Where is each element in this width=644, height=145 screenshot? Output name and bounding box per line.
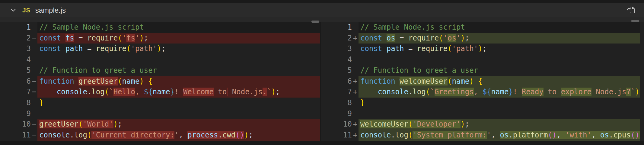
code-token: ( [235,131,240,139]
line-content: greetUser('World'); [37,119,320,130]
line-content: const os = require('os'); [359,33,644,44]
code-token: to [214,88,227,96]
code-token: } [509,88,513,96]
line-number: 2 [321,33,352,44]
code-line: 8} [321,98,644,108]
code-token: ; [249,131,253,139]
line-number: 11 [321,130,352,141]
diff-sign [352,54,359,65]
code-line: 4 [321,54,644,65]
line-content [359,108,644,119]
diff-sign: − [31,130,37,141]
code-token: fs [126,34,135,42]
code-token: log [74,131,87,139]
code-token: cwd [222,131,235,139]
code-token: , [556,131,565,139]
code-line: 7− console.log(`Hello, ${name}! Welcome … [0,87,320,98]
code-token: , [491,131,500,139]
code-token: Node.js [591,88,626,96]
diff-sign [31,22,37,33]
diff-sign: + [352,33,359,44]
code-token: ) [469,77,473,85]
code-token: ) [139,77,144,85]
line-content: function welcomeUser(name) { [359,76,644,87]
code-token: path [387,44,404,53]
line-content: // Sample Node.js script [359,22,644,33]
code-token: ? [626,88,630,96]
modified-code-rows: 1// Sample Node.js script2+const os = re… [321,22,644,141]
diff-pane-original[interactable]: 1// Sample Node.js script2−const fs = re… [0,22,320,141]
line-content: // Sample Node.js script [37,22,320,33]
code-token: 'System platform: [413,131,487,139]
line-number: 1 [321,22,352,33]
code-token: ; [144,34,148,42]
code-token: to [544,88,561,96]
code-token: log [413,88,426,96]
code-token: path [65,44,83,53]
code-token: platform [513,131,548,139]
line-content [37,54,320,65]
code-token: console [360,131,391,139]
code-token: ; [276,88,280,96]
code-token: , [591,131,600,139]
code-token: ( [548,131,552,139]
code-line: 11+console.log('System platform:', os.pl… [321,130,644,141]
code-token: 'Developer' [413,120,461,128]
code-token: ( [126,44,131,53]
code-line: 2−const fs = require('fs'); [0,33,320,44]
collapse-button[interactable] [9,6,18,14]
line-number: 9 [321,108,352,119]
line-content: console.log(`Greetings, ${name}! Ready t… [359,87,644,98]
code-token: ` [430,88,434,96]
code-token: require [96,44,126,53]
code-token: Ready [522,88,544,96]
code-token: function [39,77,74,85]
code-token: 'Current directory: [91,131,174,139]
code-token: ( [408,131,413,139]
code-token: { [148,77,152,85]
code-token: , [474,88,483,96]
code-token: 'path' [131,44,157,53]
code-token: fs [65,34,74,42]
line-number: 5 [0,65,31,76]
scrollbar-handle-left[interactable] [311,21,319,23]
code-token: log [395,131,408,139]
code-token: ) [461,34,465,42]
code-token: 'with' [565,131,591,139]
diff-sign: − [31,119,37,130]
line-content: } [37,98,320,108]
code-token: ${ [144,88,153,96]
code-token: const [39,44,61,53]
go-to-file-button[interactable] [625,5,637,16]
diff-sign: − [31,33,37,44]
code-token: Hello [113,88,135,96]
code-token: welcomeUser [400,77,448,85]
code-line: 4 [0,54,320,65]
diff-pane-modified[interactable]: 1// Sample Node.js script2+const os = re… [321,22,644,141]
diff-sign [352,98,359,108]
code-token: ) [635,88,639,96]
code-token: ; [118,120,122,128]
code-token: = [83,44,96,53]
go-to-file-icon [626,5,636,16]
code-block-header: JS sample.js [0,3,644,17]
code-token: greetUser [39,120,78,128]
scrollbar-track[interactable] [640,22,644,141]
code-token: ' [135,34,139,42]
line-number: 2 [0,33,31,44]
code-token: ` [267,88,271,96]
code-token: ; [161,44,166,53]
scrollbar-handle-right[interactable] [631,20,639,22]
diff-editor: 1// Sample Node.js script2−const fs = re… [0,22,644,141]
line-content: const path = require('path'); [359,44,644,54]
code-token: . [509,131,513,139]
code-line: 3const path = require('path'); [0,44,320,54]
code-line: 11−console.log('Current directory:', pro… [0,130,320,141]
line-content: console.log('Current directory:', proces… [37,130,320,141]
code-token: greetUser [78,77,118,85]
code-token: ) [113,120,118,128]
line-number: 10 [321,119,352,130]
code-token: , [135,88,144,96]
line-content: function greetUser(name) { [37,76,320,87]
code-token [382,34,386,42]
